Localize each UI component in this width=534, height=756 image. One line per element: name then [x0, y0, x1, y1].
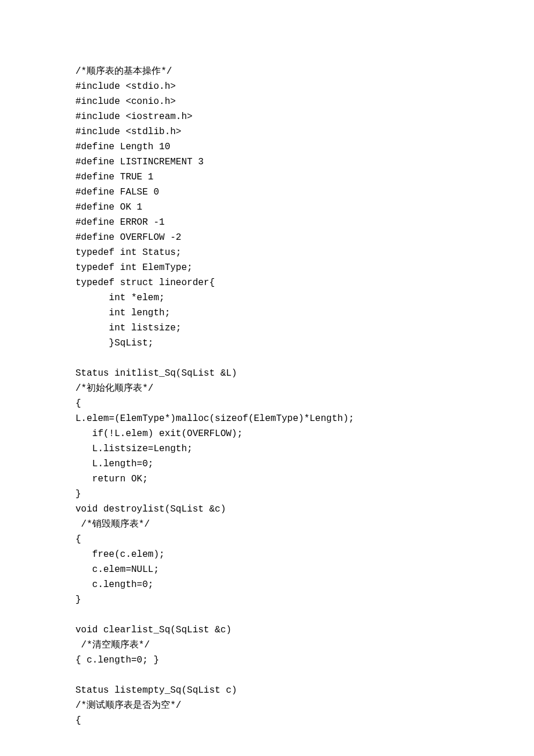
code-line: typedef struct lineorder{: [75, 275, 534, 290]
code-line: #define OVERFLOW -2: [75, 230, 534, 245]
code-line: {: [75, 713, 534, 728]
code-line: }: [75, 487, 534, 502]
code-line: Status initlist_Sq(SqList &L): [75, 366, 534, 381]
code-line: #define FALSE 0: [75, 185, 534, 200]
code-line: #define Length 10: [75, 139, 534, 154]
code-line: c.length=0;: [75, 577, 534, 592]
code-line: [75, 668, 534, 683]
code-line: c.elem=NULL;: [75, 562, 534, 577]
code-line: L.elem=(ElemType*)malloc(sizeof(ElemType…: [75, 411, 534, 426]
code-line: /*销毁顺序表*/: [75, 517, 534, 532]
code-line: L.length=0;: [75, 456, 534, 471]
code-document: /*顺序表的基本操作*/#include <stdio.h>#include <…: [0, 0, 534, 728]
code-line: int listsize;: [75, 321, 534, 336]
code-line: #include <iostream.h>: [75, 109, 534, 124]
code-line: void destroylist(SqList &c): [75, 502, 534, 517]
code-line: void clearlist_Sq(SqList &c): [75, 622, 534, 638]
code-line: [75, 607, 534, 622]
code-line: int length;: [75, 305, 534, 321]
code-line: #include <stdlib.h>: [75, 124, 534, 139]
code-line: typedef int Status;: [75, 245, 534, 260]
code-line: {: [75, 532, 534, 547]
code-line: [75, 351, 534, 366]
code-line: #define LISTINCREMENT 3: [75, 154, 534, 170]
code-line: { c.length=0; }: [75, 653, 534, 668]
code-line: /*测试顺序表是否为空*/: [75, 698, 534, 713]
code-line: #define ERROR -1: [75, 215, 534, 230]
code-line: if(!L.elem) exit(OVERFLOW);: [75, 426, 534, 441]
code-line: #include <stdio.h>: [75, 79, 534, 94]
code-line: {: [75, 396, 534, 411]
code-line: /*初始化顺序表*/: [75, 381, 534, 396]
code-line: #include <conio.h>: [75, 94, 534, 109]
code-line: L.listsize=Length;: [75, 441, 534, 456]
code-line: typedef int ElemType;: [75, 260, 534, 275]
code-line: Status listempty_Sq(SqList c): [75, 683, 534, 698]
code-line: free(c.elem);: [75, 547, 534, 562]
code-line: }: [75, 592, 534, 607]
code-line: return OK;: [75, 471, 534, 487]
code-line: /*清空顺序表*/: [75, 638, 534, 653]
code-line: #define OK 1: [75, 200, 534, 215]
code-line: /*顺序表的基本操作*/: [75, 64, 534, 79]
code-line: }SqList;: [75, 336, 534, 351]
code-line: int *elem;: [75, 290, 534, 305]
code-line: #define TRUE 1: [75, 170, 534, 185]
